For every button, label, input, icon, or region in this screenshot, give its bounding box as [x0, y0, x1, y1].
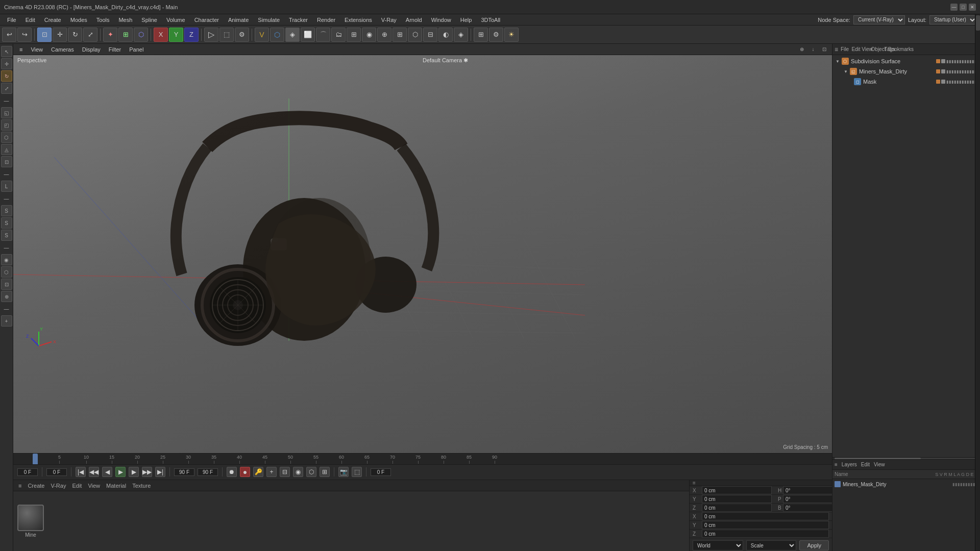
material-hamburger[interactable]: ≡	[16, 483, 23, 489]
menu-render[interactable]: Render	[313, 16, 339, 24]
material-vray-menu[interactable]: V-Ray	[48, 483, 68, 489]
x-scale-input[interactable]	[702, 512, 829, 520]
key-mode-button[interactable]: ⬡	[306, 467, 316, 477]
sidebar-scale[interactable]: ⤢	[1, 83, 12, 94]
vp-display-menu[interactable]: Display	[79, 46, 104, 53]
snap-button[interactable]: ⊞	[474, 28, 488, 42]
props-hamburger[interactable]: ≡	[693, 480, 696, 486]
menu-window[interactable]: Window	[427, 16, 455, 24]
material-swatch-mine[interactable]	[17, 505, 44, 531]
vp-cameras-menu[interactable]: Cameras	[48, 46, 77, 53]
sidebar-poly1[interactable]: ⬡	[1, 266, 12, 278]
start-frame-display[interactable]: 0 F	[46, 468, 67, 476]
sidebar-paint[interactable]: ◉	[1, 254, 12, 265]
extension1[interactable]: ◉	[362, 28, 376, 42]
material-edit-menu[interactable]: Edit	[70, 483, 84, 489]
move-button[interactable]: ✛	[53, 28, 67, 42]
snap-settings[interactable]: ⚙	[489, 28, 503, 42]
cube-icon[interactable]: ⬜	[301, 28, 315, 42]
minimize-button[interactable]: —	[950, 4, 958, 11]
menu-extensions[interactable]: Extensions	[340, 16, 376, 24]
menu-volume[interactable]: Volume	[162, 16, 189, 24]
om-file-menu[interactable]: File	[840, 45, 849, 54]
coord-system-select[interactable]: World	[693, 540, 743, 550]
layer-item-miners[interactable]: Miners_Mask_Dirty ▮▮▮▮▮▮▮▮▮▮	[832, 479, 980, 489]
vp-icon-2[interactable]: ↓	[808, 45, 818, 54]
om-edit-menu[interactable]: Edit	[851, 45, 861, 54]
prev-frame-button[interactable]: ◀◀	[89, 467, 99, 477]
menu-file[interactable]: File	[3, 16, 20, 24]
layer-button[interactable]: ⊟	[280, 467, 290, 477]
sidebar-add[interactable]: +	[1, 315, 12, 327]
timeline-ruler[interactable]: 0 5 10 15 20 25 30 35 40 45 50 55 60 65 …	[13, 454, 832, 465]
menu-tools[interactable]: Tools	[92, 16, 114, 24]
transform-mode-select[interactable]: Scale	[746, 540, 797, 550]
sidebar-geo1[interactable]: ◱	[1, 107, 12, 118]
y-scale-input[interactable]	[702, 521, 829, 529]
om-view-menu[interactable]: View	[863, 45, 872, 54]
tree-item-miners-mask[interactable]: ▼ ◱ Miners_Mask_Dirty ▮▮▮▮▮▮▮▮▮▮▮▮	[834, 66, 979, 77]
extension3[interactable]: ⊞	[393, 28, 407, 42]
motion-path-button[interactable]: +	[266, 467, 277, 477]
menu-create[interactable]: Create	[40, 16, 65, 24]
vp-panel-menu[interactable]: Panel	[126, 46, 146, 53]
menu-spline[interactable]: Spline	[137, 16, 161, 24]
vp-hamburger[interactable]: ≡	[16, 46, 26, 53]
sidebar-rotate[interactable]: ↻	[1, 70, 12, 82]
sidebar-geo3[interactable]: ⬡	[1, 132, 12, 143]
tree-item-mask[interactable]: ◻ Mask ▮▮▮▮▮▮▮▮▮▮▮▮	[834, 77, 979, 87]
node-space-select[interactable]: Current (V-Ray)	[853, 15, 905, 24]
menu-tracker[interactable]: Tracker	[285, 16, 312, 24]
undo-button[interactable]: ↩	[2, 28, 16, 42]
material-create-menu[interactable]: Create	[26, 483, 46, 489]
right-edge-scrollbar[interactable]	[975, 14, 980, 551]
next-frame-button[interactable]: ▶▶	[142, 467, 152, 477]
sidebar-geo4[interactable]: ◬	[1, 144, 12, 155]
extension5[interactable]: ⊟	[423, 28, 437, 42]
extension4[interactable]: ⬡	[408, 28, 422, 42]
end-frame-display[interactable]: 90 F	[174, 468, 194, 476]
layers-menu-item[interactable]: Layers	[842, 462, 857, 467]
c4d-icon[interactable]: ◈	[285, 28, 300, 42]
vp-icon-1[interactable]: ⊕	[797, 45, 806, 54]
vp-view-menu[interactable]: View	[28, 46, 46, 53]
motion-blur-button[interactable]: ⬚	[352, 467, 362, 477]
sidebar-shader2[interactable]: S	[1, 217, 12, 229]
menu-character[interactable]: Character	[190, 16, 223, 24]
x-axis-button[interactable]: X	[154, 28, 168, 42]
fps-display[interactable]: 0 F	[371, 468, 391, 476]
material-material-menu[interactable]: Material	[104, 483, 128, 489]
tree-item-subdivision[interactable]: ▼ ⬡ Subdivision Surface ▮▮▮▮▮▮▮▮▮▮▮▮	[834, 56, 979, 66]
playhead[interactable]	[33, 454, 38, 465]
menu-animate[interactable]: Animate	[224, 16, 253, 24]
layout-select[interactable]: Startup (User)	[929, 15, 977, 24]
om-object-menu[interactable]: Object	[874, 45, 883, 54]
fcurve-button[interactable]: ⊞	[320, 467, 330, 477]
mode-points[interactable]: ✦	[103, 28, 117, 42]
vp-filter-menu[interactable]: Filter	[106, 46, 124, 53]
bend-icon[interactable]: ⌒	[316, 28, 330, 42]
play-button[interactable]: ▶	[115, 467, 126, 477]
menu-mesh[interactable]: Mesh	[114, 16, 136, 24]
layers-view-menu[interactable]: View	[874, 462, 885, 467]
vray-icon[interactable]: V	[255, 28, 269, 42]
layers-edit-menu[interactable]: Edit	[861, 462, 870, 467]
y-position-input[interactable]	[702, 495, 772, 503]
light-icon[interactable]: ☀	[504, 28, 519, 42]
z-scale-input[interactable]	[702, 530, 829, 538]
extension2[interactable]: ⊕	[377, 28, 391, 42]
next-key-button[interactable]: ▶	[129, 467, 139, 477]
extension7[interactable]: ◈	[454, 28, 468, 42]
om-bookmarks-menu[interactable]: Bookmarks	[896, 45, 905, 54]
x-position-input[interactable]	[702, 486, 772, 494]
python-icon[interactable]: ⬡	[270, 28, 284, 42]
sidebar-shader3[interactable]: S	[1, 230, 12, 241]
go-end-button[interactable]: ▶|	[155, 467, 165, 477]
grid-icon[interactable]: ⊞	[347, 28, 361, 42]
sidebar-move[interactable]: ✛	[1, 58, 12, 69]
material-texture-menu[interactable]: Texture	[130, 483, 153, 489]
mode-polygons[interactable]: ⬡	[134, 28, 148, 42]
apply-button[interactable]: Apply	[799, 540, 829, 550]
menu-edit[interactable]: Edit	[21, 16, 39, 24]
maximize-button[interactable]: □	[960, 4, 967, 11]
